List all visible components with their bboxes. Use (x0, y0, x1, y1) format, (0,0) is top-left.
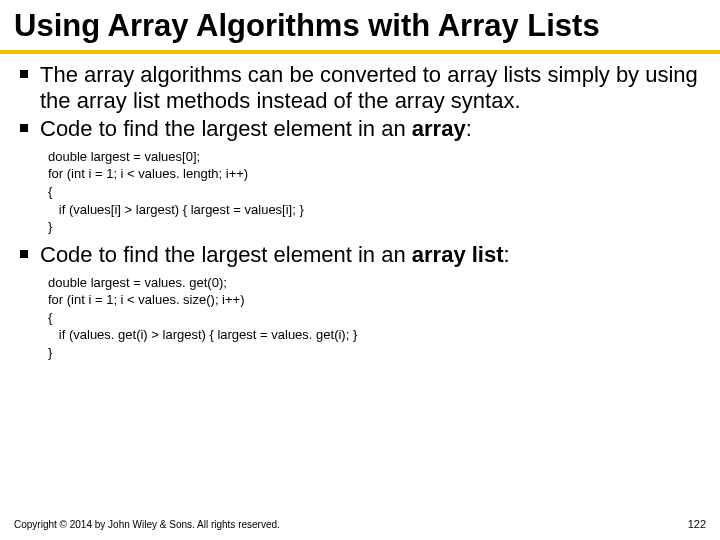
page-number: 122 (688, 518, 706, 530)
code-block-arraylist: double largest = values. get(0); for (in… (14, 270, 706, 368)
bullet-text-3-bold: array list (412, 242, 504, 267)
slide: Using Array Algorithms with Array Lists … (0, 0, 720, 540)
slide-title: Using Array Algorithms with Array Lists (0, 0, 720, 48)
bullet-item-1: The array algorithms can be converted to… (14, 62, 706, 114)
bullet-item-2: Code to find the largest element in an a… (14, 116, 706, 142)
bullet-text-1: The array algorithms can be converted to… (40, 62, 698, 113)
footer: Copyright © 2014 by John Wiley & Sons. A… (0, 518, 720, 530)
title-underline (0, 50, 720, 54)
slide-content: The array algorithms can be converted to… (0, 62, 720, 367)
code-block-array: double largest = values[0]; for (int i =… (14, 144, 706, 242)
bullet-text-3-suffix: : (504, 242, 510, 267)
bullet-text-3-prefix: Code to find the largest element in an (40, 242, 412, 267)
bullet-text-2-prefix: Code to find the largest element in an (40, 116, 412, 141)
bullet-item-3: Code to find the largest element in an a… (14, 242, 706, 268)
bullet-list-2: Code to find the largest element in an a… (14, 242, 706, 268)
bullet-list: The array algorithms can be converted to… (14, 62, 706, 142)
bullet-text-2-bold: array (412, 116, 466, 141)
bullet-text-2-suffix: : (466, 116, 472, 141)
copyright-text: Copyright © 2014 by John Wiley & Sons. A… (14, 519, 280, 530)
